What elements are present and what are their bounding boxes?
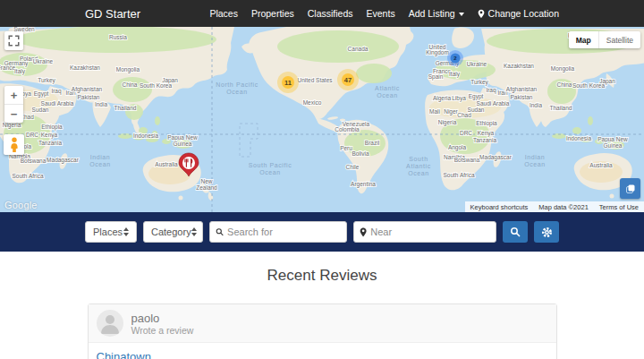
map-label: Tanzania [473,137,496,143]
map-label: Mexico [303,99,322,106]
nav-item-add-listing[interactable]: Add Listing [409,8,464,19]
select-arrows-icon [123,227,129,236]
zoom-in-button[interactable]: + [4,86,23,104]
pegman-button[interactable] [4,134,24,155]
reviewer-name[interactable]: paolo [131,312,194,325]
map-label: Italy [449,71,461,78]
map-label: Mali [429,108,440,115]
search-settings-button[interactable] [534,221,559,243]
keyboard-shortcuts-link[interactable]: Keyboard shortcuts [465,203,534,211]
map-label: Ocean [226,89,248,95]
map-label: Pakistan [78,94,100,100]
map-label: India [95,101,107,107]
map-label: Nigeria [438,119,457,126]
map-label: Ukraine [33,58,54,64]
caret-down-icon [459,13,464,16]
layers-icon [625,184,636,194]
zoom-out-button[interactable]: − [4,105,23,123]
map-label: Argentina [351,181,376,188]
google-logo[interactable]: Google [4,200,38,210]
category-select[interactable]: Category [143,221,203,243]
map-label: Egypt [469,93,484,100]
terms-of-use-link[interactable]: Terms of Use [594,203,644,211]
fullscreen-button[interactable] [4,31,23,50]
map-label: Madagascar [47,157,80,164]
cluster-marker[interactable]: 11 [277,72,299,93]
map-label: Thailand [114,105,137,111]
map-label: Kenya [478,130,495,137]
map-attribution: Keyboard shortcuts Map data ©2021 Terms … [465,201,644,212]
map-label: China [557,81,572,88]
map-type-control: Map Satellite [569,31,640,48]
map-label: South Africa [443,172,474,178]
world-map-canvas[interactable]: SwedenRussiaPolandGermanyUkraineFranceIt… [0,27,644,212]
map-label: North Pacific [216,81,258,88]
search-button[interactable] [503,221,528,243]
map-label: Canada [348,46,369,52]
map-label: Libya [452,95,466,102]
map-label: DRC [460,130,472,136]
map-label: Ocean [377,92,398,98]
map-label: Pakistan [511,94,533,100]
nav-item-change-location[interactable]: Change Location [478,8,559,19]
map-label: Ethiopia [41,124,63,131]
map-label: Iraq [486,87,496,94]
google-map[interactable]: SwedenRussiaPolandGermanyUkraineFranceIt… [0,27,644,212]
map-label: South Korea [140,82,173,89]
map-label: Indian [90,154,111,160]
brand-logo[interactable]: GD Starter [85,7,140,21]
map-label: South Pacific [249,162,292,168]
near-input[interactable] [370,227,490,237]
map-label: DRC [26,132,38,138]
map-label: Japan [599,78,615,85]
map-label: South Africa [12,173,43,179]
map-label: Thailand [550,105,572,111]
map-label: Afghanistan [506,86,538,93]
map-label: France [0,64,15,71]
place-link[interactable]: Chinatown [97,350,151,359]
fullscreen-icon [8,35,20,47]
map-label: Iraq [51,88,62,95]
map-label: Guinea [174,141,192,147]
map-label: Bolivia [352,150,369,157]
map-label: Sudan [468,107,485,113]
nav-item-places[interactable]: Places [209,8,238,19]
nav-item-classifieds[interactable]: Classifieds [308,8,353,19]
map-label: Indian [525,154,546,160]
map-label: Ocean [524,161,546,167]
map-label: Botswana [454,157,480,163]
map-label: Indonesia [566,135,592,141]
map-label: New [200,178,212,184]
zoom-control: + − [4,86,23,123]
user-icon [97,310,123,337]
map-type-map-button[interactable]: Map [569,31,599,48]
map-label: United States [297,77,333,83]
map-label: India [530,102,542,108]
nav-item-properties[interactable]: Properties [251,8,294,19]
cluster-marker[interactable]: 2 [447,50,463,66]
search-input[interactable] [227,227,341,237]
map-label: Niger [444,108,458,115]
cluster-marker[interactable]: 47 [337,69,359,90]
page-content: Recent Reviews paolo Wrote a review Chin… [0,252,644,359]
listing-type-select[interactable]: Places [85,221,137,243]
search-icon [216,227,224,236]
map-label: Ocean [259,169,281,175]
nav-item-events[interactable]: Events [367,8,395,19]
avatar[interactable] [97,310,123,337]
location-pin-icon [360,227,367,237]
svg-text:11: 11 [284,79,292,87]
map-label: Brazil [365,140,380,146]
map-label: Kingdom [426,49,449,56]
map-label: Ethiopia [476,120,497,127]
map-type-satellite-button[interactable]: Satellite [599,31,640,48]
map-label: Russia [109,34,127,40]
listing-search-bar: Places Category [0,212,644,252]
location-pin-icon [478,9,485,19]
map-label: Sudan [32,107,49,113]
review-card-header: paolo Wrote a review [89,304,556,343]
map-style-button[interactable] [620,178,640,199]
review-action-text: Wrote a review [131,325,194,336]
map-label: Peru [340,145,352,151]
map-label: Botswana [21,158,47,164]
